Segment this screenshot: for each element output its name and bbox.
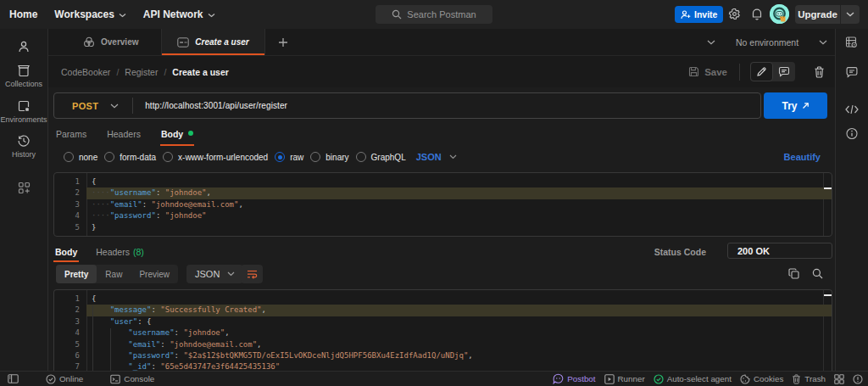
comment-panel-icon[interactable]: [846, 66, 859, 78]
view-preview[interactable]: Preview: [131, 265, 178, 283]
view-raw[interactable]: Raw: [97, 265, 131, 283]
runner-label: Runner: [618, 374, 645, 383]
nav-api-network[interactable]: API Network: [137, 4, 221, 25]
top-header: Home Workspaces API Network Search Postm…: [0, 0, 868, 29]
upgrade-chevron-button[interactable]: [840, 5, 860, 24]
postbot-label: Postbot: [567, 374, 595, 383]
radio-icon: [310, 152, 320, 162]
request-response-zone: 1{2····"username": "johndoe",3····"email…: [48, 168, 835, 371]
mode-none[interactable]: none: [64, 152, 97, 162]
mode-form-data[interactable]: form-data: [104, 152, 156, 162]
code-snippet-icon[interactable]: [845, 104, 859, 115]
try-label: Try: [782, 100, 797, 112]
environment-selector[interactable]: No environment: [736, 29, 827, 56]
radio-icon: [104, 152, 114, 162]
nav-home[interactable]: Home: [3, 4, 43, 25]
settings-gear-icon[interactable]: [728, 8, 741, 20]
two-pane-icon[interactable]: [834, 374, 844, 384]
request-header-row: CodeBooker / Register / Create a user Sa…: [48, 56, 835, 87]
sidebar-item-workspace-user[interactable]: [0, 40, 47, 56]
response-tab-headers[interactable]: Headers (8): [96, 241, 144, 262]
request-tab-headers[interactable]: Headers: [106, 121, 142, 146]
method-chevron-icon[interactable]: [110, 103, 132, 109]
sidebar-item-environments[interactable]: Environments: [0, 99, 47, 124]
chevron-down-icon: [819, 40, 827, 45]
external-arrow-icon: [802, 102, 810, 109]
upgrade-button[interactable]: Upgrade: [795, 5, 840, 24]
save-button[interactable]: Save: [688, 66, 727, 77]
response-body-editor[interactable]: 1{2 "message": "Successfully Created",3 …: [53, 289, 832, 372]
status-code-value[interactable]: 200 OK: [727, 243, 832, 259]
cookies-button[interactable]: Cookies: [740, 374, 783, 384]
statusbar-right: Postbot Runner Auto-select agent Cookies…: [553, 373, 863, 384]
try-send-button[interactable]: Try: [764, 92, 827, 119]
request-tab-params-label: Params: [56, 129, 86, 139]
url-input[interactable]: http://localhost:3001/api/user/register: [133, 101, 287, 110]
response-language-dropdown[interactable]: JSON: [186, 265, 243, 283]
invite-button[interactable]: Invite: [675, 6, 723, 23]
tab-create-a-user[interactable]: Create a user: [161, 29, 265, 55]
mode-raw[interactable]: raw: [275, 152, 303, 162]
code-line: 4····"password": "johndoe": [54, 210, 832, 221]
right-sidebar: [835, 29, 868, 371]
request-tab-body-label: Body: [161, 129, 183, 139]
sidebar-toggle-icon[interactable]: [8, 374, 19, 383]
tab-list-chevron-icon[interactable]: [707, 40, 715, 45]
status-code-label: Status Code: [654, 247, 706, 257]
pencil-icon: [756, 66, 767, 77]
sidebar-item-collections[interactable]: Collections: [0, 64, 47, 88]
console-label: Console: [124, 374, 154, 383]
console-button[interactable]: Console: [110, 374, 154, 384]
tab-overview[interactable]: Overview: [76, 29, 161, 55]
sidebar-item-history[interactable]: History: [0, 134, 47, 159]
method-selector[interactable]: POST: [54, 101, 110, 111]
new-tab-button[interactable]: [272, 29, 294, 55]
search-input[interactable]: Search Postman: [376, 5, 492, 24]
online-label: Online: [59, 374, 83, 383]
notifications-bell-icon[interactable]: [751, 8, 763, 20]
environment-quick-look-icon[interactable]: [846, 36, 859, 48]
auto-select-agent-label: Auto-select agent: [667, 374, 732, 383]
response-tab-body[interactable]: Body: [55, 241, 77, 262]
view-pretty[interactable]: Pretty: [56, 265, 97, 283]
radio-selected-icon: [275, 152, 285, 162]
breadcrumb-separator: /: [164, 67, 166, 77]
nav-home-label: Home: [9, 8, 37, 20]
info-icon[interactable]: [846, 127, 859, 140]
help-icon[interactable]: [853, 374, 863, 384]
user-avatar[interactable]: [770, 4, 789, 24]
wrap-text-button[interactable]: [241, 265, 263, 283]
breadcrumb-collection[interactable]: Register: [125, 67, 158, 77]
mode-raw-label: raw: [290, 153, 303, 162]
mode-x-www-form-urlencoded-label: x-www-form-urlencoded: [178, 153, 268, 162]
cookie-icon: [740, 374, 750, 384]
auto-select-agent-button[interactable]: Auto-select agent: [654, 374, 732, 384]
request-language-value: JSON: [416, 152, 442, 162]
mode-graphql[interactable]: GraphQL: [356, 152, 406, 162]
request-tab-params[interactable]: Params: [55, 121, 87, 146]
edit-pencil-button[interactable]: [750, 62, 773, 81]
content-area: Overview Create a user No environment: [48, 29, 835, 371]
search-response-icon[interactable]: [812, 268, 823, 279]
request-actions: Save: [688, 56, 825, 87]
comment-button[interactable]: [773, 62, 795, 81]
postbot-button[interactable]: Postbot: [553, 373, 595, 384]
runner-button[interactable]: Runner: [604, 374, 645, 384]
breadcrumb-workspace[interactable]: CodeBooker: [61, 67, 110, 77]
sidebar-item-more-tools[interactable]: [0, 182, 47, 197]
nav-api-network-label: API Network: [143, 8, 203, 20]
trash-button[interactable]: Trash: [792, 374, 826, 384]
mode-binary[interactable]: binary: [310, 152, 348, 162]
grid-plus-icon: [18, 182, 31, 194]
nav-workspaces[interactable]: Workspaces: [48, 4, 131, 25]
beautify-link[interactable]: Beautify: [784, 152, 821, 162]
request-tab-body[interactable]: Body: [160, 121, 194, 146]
online-status[interactable]: Online: [46, 374, 83, 384]
code-line: 1{: [54, 294, 832, 305]
code-line: 3 "user": {: [54, 316, 832, 327]
mode-x-www-form-urlencoded[interactable]: x-www-form-urlencoded: [163, 152, 268, 162]
copy-response-icon[interactable]: [788, 268, 799, 279]
request-body-editor[interactable]: 1{2····"username": "johndoe",3····"email…: [53, 172, 832, 237]
request-language-dropdown[interactable]: JSON: [416, 152, 457, 162]
delete-trash-icon[interactable]: [814, 66, 825, 78]
